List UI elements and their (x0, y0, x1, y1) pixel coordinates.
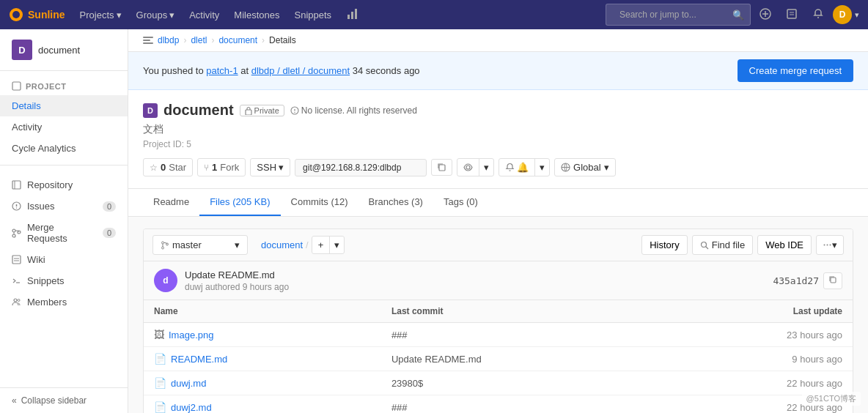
project-id: Project ID: 5 (143, 139, 853, 149)
file-name-link[interactable]: duwj2.md (171, 402, 212, 413)
tab-branches[interactable]: Branches (3) (358, 189, 433, 216)
nav-milestones[interactable]: Milestones (228, 7, 285, 23)
breadcrumb-document[interactable]: document (218, 35, 257, 45)
new-item-button[interactable] (754, 5, 777, 25)
svg-rect-30 (246, 110, 251, 115)
table-row: 📄 duwj.md 23980$ 22 hours ago (144, 371, 853, 395)
sidebar-item-issues[interactable]: Issues 0 (0, 196, 128, 217)
fork-icon: ⑂ (204, 163, 209, 173)
file-name-link[interactable]: Image.png (169, 330, 213, 341)
tab-files[interactable]: Files (205 KB) (199, 189, 280, 216)
sidebar-item-repository[interactable]: Repository (0, 174, 128, 196)
svg-point-44 (827, 245, 828, 246)
push-notification: You pushed to patch-1 at dlbdp / dletl /… (128, 52, 868, 90)
logo[interactable]: Sunline (9, 7, 65, 22)
sidebar-item-details[interactable]: Details (0, 95, 128, 116)
breadcrumb-current: Details (269, 35, 296, 45)
notification-icon[interactable] (806, 5, 830, 25)
svg-rect-21 (12, 256, 21, 264)
notification-chevron-icon[interactable]: ▾ (534, 159, 549, 176)
tab-tags[interactable]: Tags (0) (433, 189, 488, 216)
stats-bar: ☆ 0 Star ⑂ 1 Fork SSH ▾ git@192.168.8.12… (143, 158, 853, 176)
sidebar-item-snippets[interactable]: Snippets (0, 270, 128, 291)
star-count: 0 (161, 162, 166, 173)
fork-label: Fork (220, 162, 239, 173)
nav-snippets[interactable]: Snippets (288, 7, 337, 23)
watermark: @51CTO博客 (802, 392, 861, 406)
breadcrumb: dlbdp › dletl › document › Details (128, 29, 868, 52)
svg-point-19 (12, 234, 15, 237)
nav-projects[interactable]: Projects ▾ (74, 7, 128, 23)
nav-groups[interactable]: Groups ▾ (130, 7, 181, 23)
todo-icon[interactable] (780, 5, 803, 25)
copy-url-button[interactable] (431, 159, 452, 176)
sidebar-item-wiki[interactable]: Wiki (0, 249, 128, 270)
fork-button[interactable]: ⑂ 1 Fork (197, 158, 246, 176)
sidebar-section-project: Project (0, 77, 128, 95)
file-last-update: 9 hours ago (661, 347, 853, 371)
avatar-menu[interactable]: D ▾ (833, 5, 859, 24)
push-text: You pushed to patch-1 at dlbdp / dletl /… (143, 65, 420, 76)
visibility-chevron-icon[interactable]: ▾ (479, 159, 493, 176)
svg-rect-8 (787, 10, 796, 18)
star-button[interactable]: ☆ 0 Star (143, 158, 193, 176)
svg-point-17 (16, 207, 17, 208)
new-file-button[interactable]: + ▾ (312, 236, 345, 254)
tab-commits[interactable]: Commits (12) (281, 189, 358, 216)
file-name-link[interactable]: README.md (171, 354, 227, 365)
push-repo-link[interactable]: dlbdp / dletl / document (251, 65, 350, 76)
branch-selector[interactable]: master ▾ (152, 235, 248, 255)
col-name: Name (144, 300, 381, 323)
sidebar-item-members[interactable]: Members (0, 291, 128, 313)
file-type-icon: 📄 (154, 353, 166, 365)
sidebar-item-activity[interactable]: Activity (0, 116, 128, 138)
nav-activity[interactable]: Activity (183, 7, 225, 23)
commit-message: Update README.md (185, 269, 289, 280)
history-button[interactable]: History (641, 235, 687, 255)
sidebar-item-merge-requests[interactable]: Merge Requests 0 (0, 217, 128, 249)
svg-rect-46 (831, 278, 836, 283)
breadcrumb-dletl[interactable]: dletl (191, 35, 207, 45)
sidebar-project-header[interactable]: D document (0, 29, 128, 71)
ssh-selector[interactable]: SSH ▾ (250, 158, 290, 176)
svg-rect-29 (143, 42, 153, 44)
issues-badge: 0 (103, 201, 116, 212)
global-button[interactable]: Global ▾ (554, 158, 616, 176)
push-branch-link[interactable]: patch-1 (206, 65, 238, 76)
sidebar-main-section: Repository Issues 0 Merge Requests 0 Wik… (0, 168, 128, 319)
commit-meta: duwj authored 9 hours ago (185, 282, 289, 292)
search-input[interactable] (612, 7, 729, 23)
svg-point-33 (294, 111, 295, 112)
visibility-button[interactable]: ▾ (457, 158, 494, 176)
notification-button[interactable]: 🔔 ▾ (499, 158, 550, 176)
sidebar: D document Project Details Activity Cycl… (0, 29, 128, 413)
user-avatar[interactable]: D (833, 5, 852, 24)
app-name: Sunline (28, 9, 65, 21)
chevron-left-icon: « (12, 395, 17, 406)
search-container[interactable]: 🔍 (606, 4, 751, 26)
svg-rect-13 (12, 181, 21, 189)
svg-rect-27 (143, 37, 153, 38)
file-name-link[interactable]: duwj.md (171, 378, 206, 389)
breadcrumb-dlbdp[interactable]: dlbdp (158, 35, 179, 45)
project-description: 文档 (143, 123, 853, 136)
create-merge-request-button[interactable]: Create merge request (738, 59, 853, 82)
find-file-button[interactable]: Find file (692, 235, 754, 255)
copy-hash-button[interactable] (823, 272, 842, 289)
file-commit-msg: Update README.md (381, 347, 661, 371)
path-folder[interactable]: document (261, 239, 303, 250)
tab-readme[interactable]: Readme (143, 189, 199, 216)
file-commit-msg: ### (381, 395, 661, 414)
table-row: 📄 README.md Update README.md 9 hours ago (144, 347, 853, 371)
web-ide-button[interactable]: Web IDE (757, 235, 812, 255)
svg-point-25 (14, 299, 17, 302)
sidebar-item-cycle-analytics[interactable]: Cycle Analytics (0, 138, 128, 159)
search-icon: 🔍 (732, 10, 744, 21)
collapse-sidebar-button[interactable]: « Collapse sidebar (0, 387, 128, 413)
more-options-button[interactable]: ▾ (816, 235, 844, 255)
chart-icon-btn[interactable] (346, 7, 359, 23)
new-file-chevron-icon[interactable]: ▾ (329, 237, 344, 253)
svg-rect-4 (355, 9, 357, 19)
project-title: document (163, 102, 234, 119)
svg-rect-2 (347, 15, 350, 19)
